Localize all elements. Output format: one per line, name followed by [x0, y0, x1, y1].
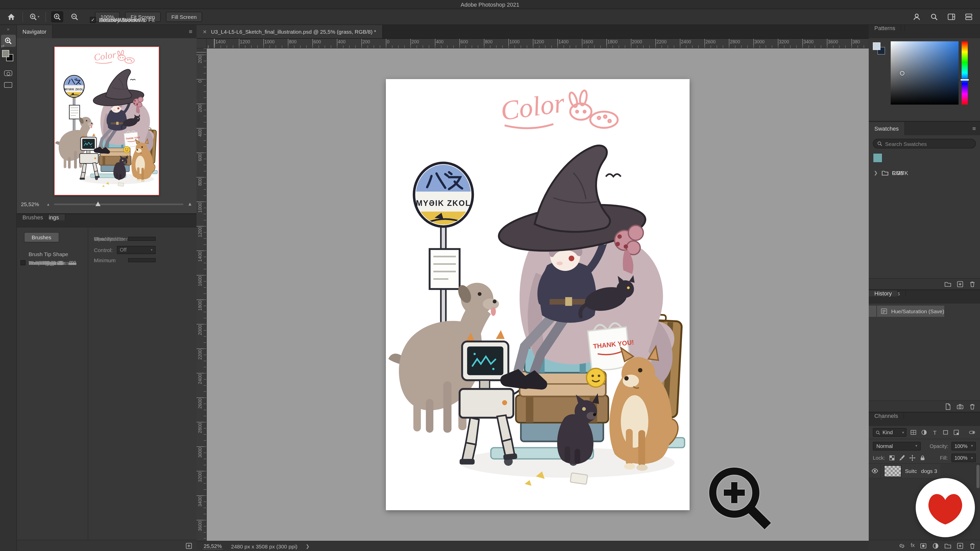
fill-screen-button[interactable]: Fill Screen: [165, 12, 202, 22]
swatch-search: [873, 139, 976, 148]
ruler-label: 2600: [197, 399, 203, 409]
layer-row[interactable]: ❯ Suitc: [869, 464, 920, 478]
add-mask-button[interactable]: [920, 542, 927, 549]
filter-smart-objects-icon[interactable]: [953, 429, 960, 436]
new-snapshot-button[interactable]: [956, 403, 964, 410]
layers-tabstrip: LayersPathsChannels: [869, 413, 980, 426]
saturation-brightness-box[interactable]: [891, 41, 959, 105]
lock-transparency-icon[interactable]: [889, 454, 895, 461]
ruler-corner[interactable]: [197, 39, 207, 48]
new-group-button[interactable]: [944, 542, 951, 549]
status-chevron-icon[interactable]: ❯: [306, 544, 310, 549]
minimum-slider[interactable]: [128, 258, 156, 262]
ruler-label: 3400: [803, 39, 814, 44]
new-document-from-state-button[interactable]: [944, 403, 951, 410]
swap-colors-icon[interactable]: ⇄: [1, 44, 4, 48]
option-checkbox[interactable]: ✓ Scrubby Zoom: [90, 17, 135, 23]
artboard[interactable]: [386, 79, 690, 510]
quick-mask-button[interactable]: [4, 70, 12, 76]
new-layer-button[interactable]: [956, 542, 964, 549]
share-user-button[interactable]: [911, 11, 923, 22]
zoom-out-mountains-icon[interactable]: ▲: [46, 202, 50, 206]
lock-icon[interactable]: [68, 260, 73, 266]
adjustment-layer-button[interactable]: [932, 542, 939, 549]
canvas-viewport[interactable]: [207, 48, 869, 541]
color-chips: [873, 42, 886, 56]
status-zoom-field[interactable]: 25,52%: [203, 543, 223, 549]
navigator-zoom-value[interactable]: 25,52%: [21, 201, 42, 207]
history-state-icon: [880, 308, 888, 315]
filter-toggle-icon[interactable]: [968, 429, 976, 436]
history-step[interactable]: Hue/Saturation (Save): [869, 306, 944, 317]
search-swatches-input[interactable]: [885, 141, 972, 147]
chevron-down-icon: ▾: [915, 444, 917, 448]
tab-patterns[interactable]: Patterns: [869, 25, 901, 31]
color-picker-dot[interactable]: [900, 71, 904, 76]
brush-option-row[interactable]: Protect Texture: [17, 259, 77, 267]
visibility-eye-icon[interactable]: [869, 464, 881, 478]
tab-swatches[interactable]: Swatches: [869, 122, 905, 135]
swatch-group-row[interactable]: ❯ CMYK: [869, 167, 913, 179]
brushes-button[interactable]: Brushes: [24, 232, 59, 242]
layers-scrollbar[interactable]: [977, 465, 980, 488]
panels-button[interactable]: [963, 11, 975, 22]
delete-swatch-button[interactable]: [969, 280, 976, 287]
panel-menu-icon[interactable]: ≡: [185, 25, 197, 38]
search-button[interactable]: [928, 11, 940, 22]
tab-history[interactable]: History: [869, 290, 898, 297]
delete-state-button[interactable]: [969, 403, 976, 410]
brush-tip-shape-item[interactable]: Brush Tip Shape: [17, 249, 88, 259]
zoom-in-mode-button[interactable]: [51, 11, 63, 22]
fill-dropdown[interactable]: 100% ▾: [951, 454, 976, 462]
zoom-in-mountains-icon[interactable]: ▲: [187, 202, 192, 206]
hue-slider[interactable]: [962, 41, 968, 105]
lock-all-icon[interactable]: [919, 454, 926, 461]
tab-brushes[interactable]: Brushes: [17, 214, 49, 221]
navigator-zoom-row: 25,52% ▲ ▲: [21, 200, 192, 209]
hue-slider-marker[interactable]: [961, 79, 969, 81]
document-tab[interactable]: ✕ U3_L4-L5-L6_Sketch_final_illustration.…: [197, 25, 383, 38]
foreground-color-chip[interactable]: [873, 42, 880, 50]
delete-layer-button[interactable]: [969, 542, 976, 549]
toolbar-collapse-chevron-icon[interactable]: »: [7, 25, 10, 35]
close-tab-icon[interactable]: ✕: [203, 29, 207, 35]
history-source-well[interactable]: [869, 306, 877, 317]
filter-type-layers-icon[interactable]: T: [931, 429, 939, 436]
chevron-right-icon[interactable]: ❯: [874, 170, 878, 176]
lock-pixels-icon[interactable]: [899, 454, 905, 461]
navigator-preview[interactable]: [54, 46, 159, 195]
jitter-slider[interactable]: [128, 237, 156, 241]
new-swatch-button[interactable]: [956, 280, 964, 287]
zoom-tool-preset-button[interactable]: ▾: [28, 11, 40, 22]
home-button[interactable]: [5, 11, 18, 22]
zoom-out-mode-button[interactable]: [68, 11, 81, 22]
filter-adjustment-layers-icon[interactable]: [920, 429, 928, 436]
screen-mode-button[interactable]: [4, 82, 12, 88]
tab-channels[interactable]: Channels: [869, 413, 904, 419]
filter-shape-layers-icon[interactable]: [942, 429, 950, 436]
workspace-button[interactable]: [945, 11, 958, 22]
kind-filter-dropdown[interactable]: Kind ▾: [873, 428, 907, 437]
control-dropdown[interactable]: Off▾: [117, 246, 156, 254]
navigator-zoom-slider[interactable]: [54, 203, 183, 205]
link-layers-button[interactable]: [898, 542, 905, 549]
photoshop-app: Adobe Photoshop 2021 ▾ ✓ Resize Windows …: [0, 0, 980, 551]
layer-thumbnail[interactable]: [884, 465, 901, 477]
tab-navigator[interactable]: Navigator: [17, 25, 52, 38]
horizontal-ruler: 1400120010008006004002000200400600800100…: [207, 39, 869, 48]
opacity-dropdown[interactable]: 100% ▾: [951, 441, 976, 450]
checkbox[interactable]: ✓: [90, 17, 96, 23]
new-brush-button[interactable]: [185, 542, 192, 549]
new-group-button[interactable]: [944, 280, 951, 287]
option-checkbox[interactable]: [21, 260, 25, 265]
panel-menu-icon[interactable]: ≡: [968, 122, 980, 135]
filter-pixel-layers-icon[interactable]: [910, 429, 917, 436]
slider-thumb[interactable]: [95, 201, 100, 206]
lock-position-icon[interactable]: [909, 454, 916, 461]
layer-effects-button[interactable]: fx: [911, 542, 915, 549]
options-bar: ▾ ✓ Resize Windows to Fit ✓ Zoom All Win…: [0, 9, 980, 25]
foreground-color-chip[interactable]: [2, 50, 9, 57]
color-swatch[interactable]: [873, 153, 883, 163]
document-tabbar: ✕ U3_L4-L5-L6_Sketch_final_illustration.…: [197, 25, 869, 39]
blend-mode-dropdown[interactable]: Normal ▾: [873, 441, 921, 450]
